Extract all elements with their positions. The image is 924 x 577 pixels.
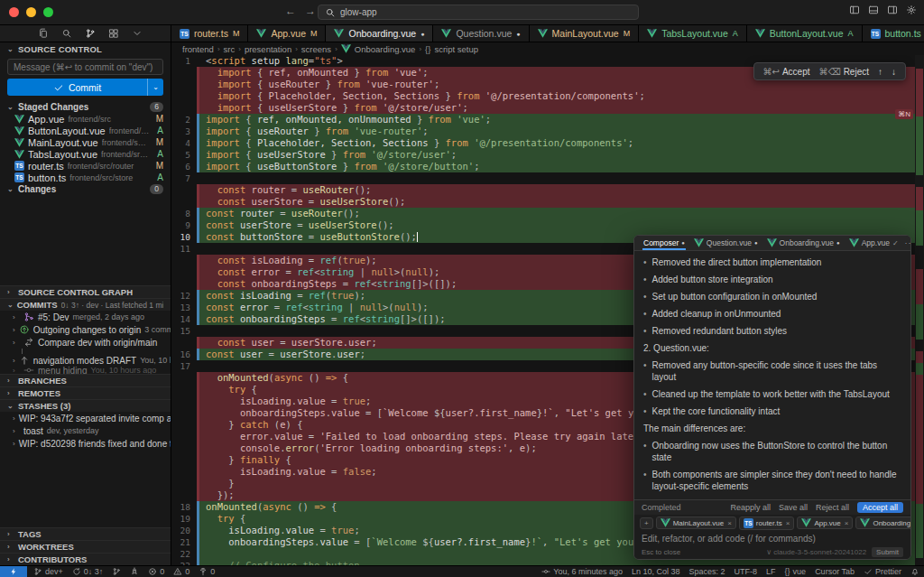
code-line-add[interactable]: 5import { useUserStore } from '@/store/u… xyxy=(171,149,915,161)
remove-chip-icon[interactable]: × xyxy=(727,519,732,527)
commit-message-input[interactable]: Message (⌘↩ to commit on "dev") xyxy=(7,59,163,75)
staged-file-MainLayout.vue[interactable]: MainLayout.vuefrontend/src/presentat...M xyxy=(0,136,171,148)
prev-diff-button[interactable]: ↑ xyxy=(878,67,882,77)
next-diff-button[interactable]: ↓ xyxy=(892,67,896,77)
customize-layout-icon[interactable] xyxy=(906,5,917,15)
reject-diff-button[interactable]: ⌘⌫Reject xyxy=(819,67,870,77)
stash-row[interactable]: ›WIP: 943a7f2 separated invite comp and … xyxy=(0,412,171,424)
stash-row[interactable]: ›WIP: d520298 friends fixed and done the… xyxy=(0,437,171,450)
branches-header[interactable]: › BRANCHES xyxy=(0,374,171,386)
composer-tab-App.vue[interactable]: App.vue✓ xyxy=(845,236,903,250)
code-line-del[interactable]: const userStore = useUserStore(); xyxy=(171,196,915,208)
commit-row[interactable]: ›#5: Devmerged, 2 days ago xyxy=(0,311,171,323)
tab-App.vue[interactable]: App.vueM xyxy=(248,25,326,42)
code-line-add[interactable]: 3import { useRouter } from 'vue-router'; xyxy=(171,126,915,137)
statusbar-item-remote[interactable] xyxy=(0,566,27,577)
statusbar-item-source-control[interactable] xyxy=(107,566,125,577)
model-selector[interactable]: ∨ claude-3-5-sonnet-20241022 xyxy=(766,548,866,556)
commit-dropdown-button[interactable]: ⌄ xyxy=(147,79,163,96)
tab-Onboarding.vue[interactable]: Onboarding.vue● xyxy=(326,25,433,42)
statusbar-item-utf-8[interactable]: UTF-8 xyxy=(730,566,762,577)
commits-header[interactable]: ⌄ COMMITS 0↓ 3↑ · dev · Last fetched 1 m… xyxy=(0,298,171,311)
commit-row[interactable]: ›Outgoing changes to origin3 commits xyxy=(0,323,171,336)
tab-Question.vue[interactable]: Question.vue● xyxy=(433,25,529,42)
staged-file-App.vue[interactable]: App.vuefrontend/srcM xyxy=(0,113,171,125)
file-chip-Onboarding.vue[interactable]: Onboarding.vue× xyxy=(855,517,910,529)
statusbar-item-vue[interactable]: {}vue xyxy=(781,566,811,577)
accept-diff-button[interactable]: ⌘↩Accept xyxy=(763,67,810,77)
commit-row[interactable]: ›navigation modes DRAFTYou, 10 hour... xyxy=(0,354,171,367)
code-line-blank[interactable]: 7 xyxy=(171,172,915,184)
toggle-sidebar-icon[interactable] xyxy=(849,5,860,15)
composer-tab-Onboarding.vue[interactable]: Onboarding.vue● xyxy=(762,236,845,250)
contributors-header[interactable]: › CONTRIBUTORS xyxy=(0,553,171,565)
breadcrumb-item[interactable]: frontend xyxy=(182,44,214,54)
commit-button[interactable]: Commit xyxy=(7,79,147,96)
code-line-del[interactable]: import { useUserStore } from '@/store/us… xyxy=(171,102,915,114)
files-icon[interactable] xyxy=(38,28,49,39)
file-chip-router.ts[interactable]: TSrouter.ts× xyxy=(739,517,795,530)
source-control-header[interactable]: ⌄ SOURCE CONTROL xyxy=(0,42,171,56)
minimap[interactable] xyxy=(915,55,924,565)
statusbar-item-prettier[interactable]: Prettier xyxy=(859,566,906,577)
code-line-add[interactable]: 8const router = useRouter(); xyxy=(171,208,915,219)
search-view-icon[interactable] xyxy=(61,28,72,39)
more-icon[interactable]: ··· xyxy=(905,238,911,247)
nav-forward-icon[interactable]: → xyxy=(305,5,316,17)
code-line-del[interactable]: const router = useRouter(); xyxy=(171,184,915,196)
commit-row[interactable]: ›Compare dev with origin/main xyxy=(0,336,171,349)
stash-row[interactable]: ›toastdev, yesterday xyxy=(0,424,171,437)
file-chip-App.vue[interactable]: App.vue× xyxy=(797,517,853,529)
statusbar-item-0[interactable]: 0 xyxy=(194,566,219,577)
changes-header[interactable]: ⌄ Changes 0 xyxy=(0,183,171,195)
staged-changes-header[interactable]: ⌄ Staged Changes 6 xyxy=(0,101,171,113)
statusbar-item-you-6-minutes-ago[interactable]: You, 6 minutes ago xyxy=(537,566,627,577)
nav-back-icon[interactable]: ← xyxy=(285,5,296,17)
tags-header[interactable]: › TAGS xyxy=(0,527,171,540)
statusbar-item-0[interactable]: 0 xyxy=(143,566,169,577)
composer-tab-Question.vue[interactable]: Question.vue● xyxy=(689,236,762,250)
tab-router.ts[interactable]: TSrouter.tsM xyxy=(171,25,248,42)
statusbar-item-ln-10-col-38[interactable]: Ln 10, Col 38 xyxy=(627,566,685,577)
tab-TabsLayout.vue[interactable]: TabsLayout.vueA xyxy=(639,25,747,42)
chevron-down-icon[interactable] xyxy=(132,28,143,39)
composer-tab-Composer[interactable]: Composer● xyxy=(639,236,689,250)
staged-file-ButtonLayout.vue[interactable]: ButtonLayout.vuefrontend/src/present...A xyxy=(0,125,171,136)
tab-ButtonLayout.vue[interactable]: ButtonLayout.vueA xyxy=(747,25,863,42)
remotes-header[interactable]: › REMOTES xyxy=(0,386,171,399)
staged-file-TabsLayout.vue[interactable]: TabsLayout.vuefrontend/src/presentati...… xyxy=(0,148,171,160)
close-window-button[interactable] xyxy=(9,7,19,17)
statusbar-item-cursor-tab[interactable]: Cursor Tab xyxy=(810,566,859,577)
code-line-add[interactable]: 6import { useButtonStore } from '@/store… xyxy=(171,161,915,172)
staged-file-router.ts[interactable]: TSrouter.tsfrontend/src/routerM xyxy=(0,160,171,172)
commit-row[interactable]: ›menu hidingYou, 10 hours ago xyxy=(0,367,171,374)
source-control-graph-header[interactable]: › SOURCE CONTROL GRAPH xyxy=(0,285,171,298)
extensions-icon[interactable] xyxy=(108,28,119,39)
file-chip-MainLayout.vue[interactable]: MainLayout.vue× xyxy=(656,517,736,529)
breadcrumb-item[interactable]: src xyxy=(224,44,236,54)
statusbar-item-0[interactable]: 0 xyxy=(169,566,194,577)
breadcrumb[interactable]: frontend›src›presentation›screens›Onboar… xyxy=(171,42,924,55)
code-line-add[interactable]: 2import { ref, onMounted, onUnmounted } … xyxy=(171,114,915,126)
command-center-search[interactable]: glow-app xyxy=(318,5,639,20)
code-line-add[interactable]: 9const userStore = useUserStore(); xyxy=(171,219,915,231)
statusbar-item-rocket[interactable] xyxy=(125,566,143,577)
add-file-chip-button[interactable]: + xyxy=(640,517,653,529)
breadcrumb-symbol[interactable]: script setup xyxy=(434,44,478,54)
save-all-button[interactable]: Save all xyxy=(779,503,808,512)
toggle-panel-icon[interactable] xyxy=(868,5,879,15)
minimize-window-button[interactable] xyxy=(26,7,36,17)
reapply-all-button[interactable]: Reapply all xyxy=(730,503,771,512)
toggle-secondary-sidebar-icon[interactable] xyxy=(887,5,898,15)
maximize-window-button[interactable] xyxy=(43,7,53,17)
worktrees-header[interactable]: › WORKTREES xyxy=(0,540,171,553)
code-line-del[interactable]: import { Placeholder, Section, Sections … xyxy=(171,90,915,102)
breadcrumb-item[interactable]: presentation xyxy=(245,44,291,54)
tab-MainLayout.vue[interactable]: MainLayout.vueM xyxy=(530,25,640,42)
remove-chip-icon[interactable]: × xyxy=(786,519,790,527)
composer-input[interactable]: Edit, refactor, or add code (/ for comma… xyxy=(634,531,910,545)
statusbar-item-0-3-[interactable]: 0↓ 3↑ xyxy=(68,566,108,577)
remove-chip-icon[interactable]: × xyxy=(845,519,849,527)
stashes-header[interactable]: ⌄ STASHES (3) xyxy=(0,399,171,412)
statusbar-item-bell[interactable] xyxy=(906,566,924,577)
